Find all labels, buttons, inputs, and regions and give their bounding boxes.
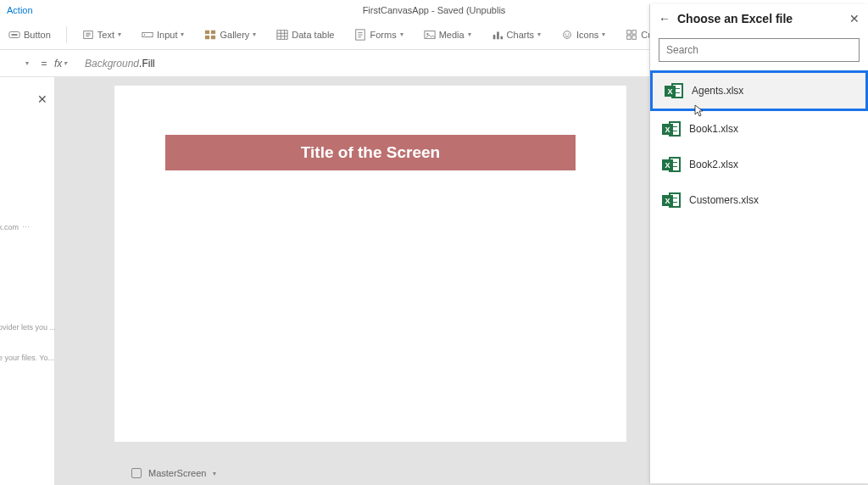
- left-stub: k.com⋯: [0, 223, 28, 231]
- excel-icon: X: [665, 81, 683, 100]
- file-item[interactable]: XCustomers.xlsx: [650, 182, 868, 218]
- file-item[interactable]: XAgents.xlsx: [650, 70, 868, 111]
- icons-tool[interactable]: Icons▾: [556, 25, 610, 44]
- canvas[interactable]: Title of the Screen: [114, 86, 626, 442]
- panel-header: ← Choose an Excel file ✕: [650, 4, 868, 33]
- svg-rect-1: [12, 34, 18, 36]
- file-item[interactable]: XBook2.xlsx: [650, 147, 868, 182]
- left-stub: e your files. Yo...⋯: [0, 354, 64, 362]
- svg-rect-12: [492, 35, 495, 39]
- svg-rect-8: [277, 30, 287, 39]
- close-icon[interactable]: ✕: [849, 12, 860, 25]
- charts-icon: [492, 29, 504, 41]
- input-tool[interactable]: Input▾: [136, 25, 189, 44]
- file-list: XAgents.xlsxXBook1.xlsxXBook2.xlsxXCusto…: [650, 70, 868, 218]
- svg-point-11: [426, 33, 428, 35]
- equals-sign: =: [34, 58, 54, 70]
- chevron-down-icon: ▾: [118, 31, 121, 38]
- left-pane: ✕ k.com⋯ ovider lets you ...⋯ e your fil…: [0, 77, 55, 485]
- svg-rect-13: [497, 31, 499, 39]
- input-icon: [142, 29, 153, 41]
- chevron-down-icon: ▾: [400, 31, 403, 38]
- svg-rect-18: [627, 30, 631, 33]
- chevron-down-icon: ▾: [537, 31, 541, 38]
- chevron-down-icon: ▾: [25, 59, 29, 67]
- svg-point-16: [565, 33, 566, 34]
- search-input[interactable]: Search: [659, 38, 860, 62]
- chevron-down-icon: ▾: [64, 59, 67, 67]
- file-name: Book1.xlsx: [689, 123, 738, 135]
- svg-rect-4: [205, 30, 209, 33]
- datatable-tool[interactable]: Data table: [271, 25, 339, 44]
- back-icon[interactable]: ←: [659, 12, 670, 25]
- chevron-down-icon: ▾: [468, 31, 471, 38]
- gallery-tool[interactable]: Gallery▾: [199, 25, 261, 44]
- text-tool[interactable]: Text▾: [77, 25, 126, 44]
- excel-icon: X: [662, 120, 681, 138]
- excel-icon: X: [662, 155, 681, 174]
- svg-rect-3: [142, 32, 153, 36]
- svg-rect-7: [211, 35, 215, 38]
- svg-rect-5: [211, 30, 215, 33]
- close-icon[interactable]: ✕: [37, 92, 47, 106]
- svg-rect-21: [632, 35, 636, 38]
- svg-point-15: [564, 31, 571, 38]
- chevron-down-icon: ▾: [602, 31, 605, 38]
- checkbox[interactable]: [131, 468, 142, 478]
- screen-title-label[interactable]: Title of the Screen: [165, 135, 576, 170]
- screen-name[interactable]: MasterScreen: [148, 468, 206, 478]
- datatable-icon: [276, 29, 288, 41]
- button-icon: [8, 29, 20, 41]
- custom-icon: [626, 29, 637, 41]
- media-icon: [424, 29, 436, 41]
- property-selector[interactable]: ▾: [0, 59, 34, 67]
- file-name: Customers.xlsx: [689, 194, 759, 206]
- charts-tool[interactable]: Charts▾: [487, 25, 546, 44]
- forms-icon: [354, 29, 366, 41]
- chevron-down-icon: ▾: [253, 31, 256, 38]
- button-tool[interactable]: Button: [3, 25, 56, 44]
- svg-rect-19: [632, 30, 636, 33]
- icons-icon: [561, 29, 573, 41]
- svg-point-17: [568, 33, 569, 34]
- file-item[interactable]: XBook1.xlsx: [650, 111, 868, 147]
- svg-rect-20: [627, 35, 631, 38]
- panel-title: Choose an Excel file: [677, 12, 793, 25]
- svg-rect-14: [500, 36, 503, 39]
- file-name: Book2.xlsx: [689, 159, 738, 170]
- chevron-down-icon[interactable]: ▾: [213, 470, 216, 477]
- gallery-icon: [204, 29, 216, 41]
- text-icon: [82, 29, 94, 41]
- chevron-down-icon: ▾: [181, 31, 184, 38]
- media-tool[interactable]: Media▾: [419, 25, 476, 44]
- svg-rect-6: [205, 35, 209, 38]
- excel-file-panel: ← Choose an Excel file ✕ Search XAgents.…: [649, 4, 868, 483]
- forms-tool[interactable]: Forms▾: [349, 25, 408, 44]
- file-name: Agents.xlsx: [692, 85, 743, 97]
- excel-icon: X: [662, 191, 681, 209]
- fx-button[interactable]: fx▾: [54, 58, 85, 70]
